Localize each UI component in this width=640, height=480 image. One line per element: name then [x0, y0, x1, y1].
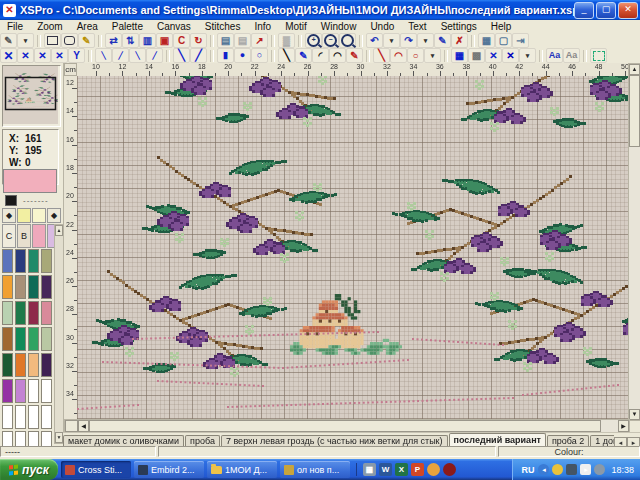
palette-swatch[interactable] — [41, 249, 52, 273]
palette-swatch[interactable] — [28, 327, 39, 351]
image-tool-icon[interactable]: ▤ — [234, 33, 251, 48]
palette-scroll-down-icon[interactable]: ▼ — [55, 432, 63, 443]
menu-settings[interactable]: Settings — [434, 20, 484, 33]
flip-vertical-icon[interactable]: ⇅ — [122, 33, 139, 48]
scroll-right-icon[interactable]: ▶ — [618, 420, 629, 432]
zoom-out-icon[interactable]: − — [322, 33, 339, 48]
palette-swatch[interactable] — [28, 353, 39, 377]
curve-stitch-2-icon[interactable]: ◠ — [329, 48, 346, 63]
palette-c-button[interactable]: C — [2, 224, 16, 248]
selection-marquee-icon[interactable] — [590, 48, 607, 63]
column-tool-icon[interactable]: ▓ — [278, 33, 295, 48]
three-quarter-stitch-2-icon[interactable]: ✕ — [34, 48, 51, 63]
palette-swatch[interactable] — [2, 249, 13, 273]
select-rect-tool-icon[interactable] — [44, 33, 61, 48]
quarter-stitch-3-icon[interactable]: ╲ — [129, 48, 146, 63]
quicklaunch-orange-icon[interactable] — [427, 463, 440, 476]
text-tool-alt-icon[interactable]: Aa — [563, 48, 580, 63]
zoom-in-icon[interactable]: + — [305, 33, 322, 48]
palette-b-button[interactable]: B — [17, 224, 31, 248]
palette-swatch[interactable] — [2, 353, 13, 377]
exit-icon[interactable]: ⇥ — [512, 33, 529, 48]
quarter-stitch-2-icon[interactable]: ╱ — [112, 48, 129, 63]
thread-mode-1[interactable]: ◆ — [2, 208, 16, 223]
task-button[interactable]: Cross Sti... — [61, 461, 131, 478]
palette-swatch[interactable] — [2, 275, 13, 299]
palette-swatch[interactable] — [2, 327, 13, 351]
palette-swatch[interactable] — [2, 301, 13, 325]
design-preview[interactable] — [2, 65, 61, 127]
menu-area[interactable]: Area — [70, 20, 105, 33]
motif-cross-2-icon[interactable]: ✕ — [502, 48, 519, 63]
current-color-swatch[interactable] — [3, 169, 57, 193]
stitch-canvas-area[interactable] — [77, 76, 628, 419]
palette-swatch[interactable] — [28, 301, 39, 325]
arrow-tool-icon[interactable]: ↗ — [251, 33, 268, 48]
motif-cross-1-icon[interactable]: ✕ — [485, 48, 502, 63]
palette-swatch[interactable] — [15, 327, 26, 351]
vscroll-thumb[interactable] — [629, 75, 640, 147]
delete-icon[interactable]: ✗ — [451, 33, 468, 48]
scroll-left-icon[interactable]: ◀ — [78, 420, 89, 432]
palette-swatch[interactable] — [15, 275, 26, 299]
y-stitch-icon[interactable]: Y — [68, 48, 85, 63]
red-curve-icon[interactable]: ◠ — [390, 48, 407, 63]
task-button[interactable]: 1МОИ Д... — [207, 461, 277, 478]
menu-palette[interactable]: Palette — [105, 20, 150, 33]
pencil-tool-icon[interactable]: ✎ — [0, 33, 17, 48]
quarter-stitch-4-icon[interactable]: ╱ — [146, 48, 163, 63]
menu-file[interactable]: File — [0, 20, 30, 33]
rotate-free-icon[interactable]: ↻ — [190, 33, 207, 48]
tray-dark-icon[interactable] — [566, 464, 577, 475]
task-button[interactable]: Embird 2... — [134, 461, 204, 478]
rotate-icon[interactable]: C — [173, 33, 190, 48]
palette-swatch[interactable] — [28, 379, 39, 403]
palette-swatch[interactable] — [15, 379, 26, 403]
scroll-up-icon[interactable]: ▲ — [629, 64, 640, 75]
palette-swatch[interactable] — [28, 275, 39, 299]
palette-swatch[interactable] — [41, 275, 52, 299]
import-image-icon[interactable]: ▤ — [217, 33, 234, 48]
hscroll-thumb[interactable] — [89, 420, 601, 432]
tray-gray-icon[interactable] — [594, 464, 605, 475]
undo-icon[interactable]: ↶ — [366, 33, 383, 48]
title-bar[interactable]: ✕ XSPro - C:\Documents and Settings\Rimm… — [0, 0, 640, 20]
quicklaunch-powerpoint-icon[interactable]: P — [411, 463, 424, 476]
tray-hide-icon[interactable]: ◂ — [538, 464, 549, 475]
palette-swatch[interactable] — [15, 301, 26, 325]
palette-swatch[interactable] — [28, 405, 39, 429]
curve-stitch-1-icon[interactable]: ◜ — [312, 48, 329, 63]
language-indicator[interactable]: RU — [521, 465, 534, 475]
backstitch-bead-icon[interactable]: ✎ — [295, 48, 312, 63]
copy-motif-icon[interactable]: ▥ — [139, 33, 156, 48]
palette-swatch[interactable] — [41, 327, 52, 351]
redo-dropdown-icon[interactable]: ▾ — [417, 33, 434, 48]
palette-swatch[interactable] — [2, 379, 13, 403]
select-pencil-tool-icon[interactable]: ✎ — [78, 33, 95, 48]
text-tool-icon[interactable]: Aa — [546, 48, 563, 63]
close-button[interactable]: ✕ — [618, 2, 638, 19]
red-line-icon[interactable]: ╲ — [373, 48, 390, 63]
pen-icon[interactable]: ✎ — [434, 33, 451, 48]
tray-green-icon[interactable]: ▸ — [580, 464, 591, 475]
tab-active[interactable]: последний вариант — [449, 433, 546, 447]
stitch-canvas[interactable] — [77, 76, 628, 419]
circle-dropdown-icon[interactable]: ▾ — [424, 48, 441, 63]
menu-motif[interactable]: Motif — [278, 20, 314, 33]
thread-mode-2[interactable] — [17, 208, 31, 223]
palette-swatch[interactable] — [28, 249, 39, 273]
horizontal-scrollbar[interactable]: ◀ ▶ — [64, 419, 630, 433]
palette-swatch[interactable] — [41, 353, 52, 377]
minimize-button[interactable]: _ — [574, 2, 594, 19]
red-circle-icon[interactable]: ○ — [407, 48, 424, 63]
full-cross-stitch-icon[interactable]: ✕ — [0, 48, 17, 63]
freehand-backstitch-icon[interactable]: ✎ — [346, 48, 363, 63]
vertical-scrollbar[interactable]: ▲ ▼ — [628, 63, 640, 421]
half-cross-stitch-icon[interactable]: ✕ — [51, 48, 68, 63]
palette-swatch[interactable] — [41, 379, 52, 403]
quicklaunch-excel-icon[interactable]: X — [395, 463, 408, 476]
menu-undo[interactable]: Undo — [363, 20, 401, 33]
quarter-stitch-1-icon[interactable]: ╲ — [95, 48, 112, 63]
menu-canvas[interactable]: Canvas — [150, 20, 198, 33]
half-stitch-forward-icon[interactable]: ╱ — [190, 48, 207, 63]
